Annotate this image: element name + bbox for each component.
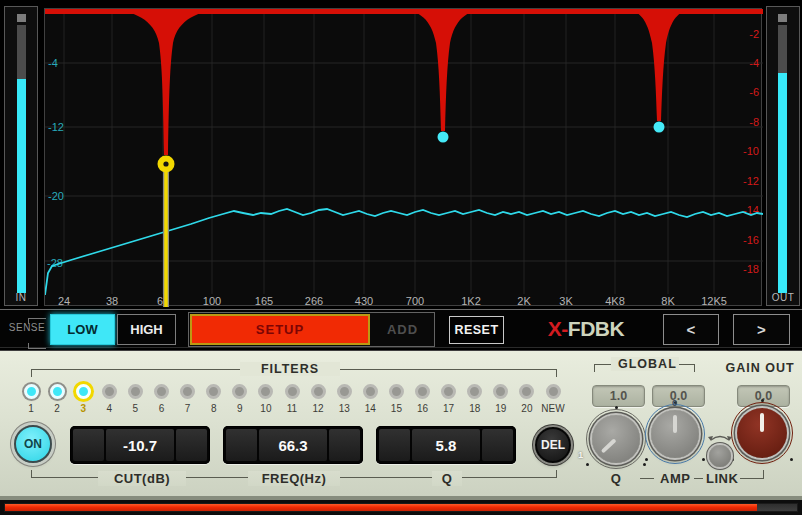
filter-led[interactable] [337,384,352,399]
filter-led[interactable] [415,384,430,399]
freq-tick-label: 4K8 [605,295,625,307]
filter-led[interactable] [389,384,404,399]
filter-led[interactable] [285,384,300,399]
filter-slot-number: 10 [260,403,271,414]
cut-label: CUT(dB) [98,471,186,486]
q-min-tick-label: 1 [578,449,583,460]
selected-notch-handle-center [163,161,168,166]
freq-label: FREQ(Hz) [248,471,340,486]
left-db-label: -20 [48,190,64,202]
right-db-label: -8 [749,116,759,128]
plugin-logo: X-FDBK [536,317,636,341]
filter-led[interactable] [24,384,39,399]
global-q-knob[interactable] [592,415,640,463]
global-q-value[interactable]: 1.0 [592,385,645,407]
filters-group-label: FILTERS [240,362,340,376]
right-db-label: -4 [749,57,759,69]
input-meter: IN [4,6,38,306]
freq-tick-label: 165 [255,295,273,307]
filter-slot-number: 11 [287,403,297,414]
input-level-bar [17,25,26,293]
freq-tick-label: 12K5 [701,295,727,307]
gain-bracket-tick [763,470,764,479]
filter-slot-number: 15 [391,403,402,414]
freq-tick-label: 430 [355,295,373,307]
filter-led[interactable] [493,384,508,399]
logo-x: X- [548,317,568,340]
filter-led[interactable] [50,384,65,399]
right-db-label: -2 [749,28,759,40]
cut-nudge-down[interactable] [73,429,104,461]
filter-led[interactable] [76,384,91,399]
link-arrows-icon [707,432,733,443]
output-clip-indicator [778,14,787,22]
global-amp-knob[interactable] [651,410,699,458]
freq-tick-label: 100 [203,295,221,307]
q-nudge-down[interactable] [379,429,410,461]
filter-slot-number: 13 [339,403,350,414]
freq-value[interactable]: 66.3 [259,429,327,461]
freq-tick-label: 2K [517,295,531,307]
spectrum-display[interactable]: -4-12-20-28-2-4-6-8-10-12-14-16-18243862… [44,8,762,306]
next-filter-button[interactable]: > [733,314,790,345]
input-clip-indicator [17,14,26,22]
filter-led[interactable] [441,384,456,399]
cut-value[interactable]: -10.7 [106,429,174,461]
gain-out-label: GAIN OUT [718,361,802,375]
freq-nudge-up[interactable] [329,429,360,461]
freq-nudge-down[interactable] [226,429,257,461]
filter-led[interactable] [102,384,117,399]
sense-high-button[interactable]: HIGH [117,314,176,345]
left-db-label: -12 [48,121,64,133]
filter-led[interactable] [232,384,247,399]
filter-slot-number: 2 [54,403,60,414]
gain-bracket-line [740,478,764,479]
filter-slot-new[interactable]: NEW [538,384,568,414]
add-button[interactable]: ADD [372,314,433,345]
notch-handle[interactable] [654,122,665,133]
sense-low-button[interactable]: LOW [50,314,115,345]
notch-filter-shape [401,9,485,131]
logo-fdbk: FDBK [568,317,624,340]
setup-progress-track [4,503,798,512]
reset-button[interactable]: RESET [449,316,504,344]
freq-display[interactable]: 66.3 [223,426,363,464]
filter-slot-number: 12 [313,403,324,414]
filter-slot-number: 16 [417,403,428,414]
setup-progress-bar [0,500,802,515]
cut-nudge-up[interactable] [176,429,207,461]
gain-out-knob[interactable] [737,408,787,458]
link-label: LINK [700,471,742,486]
filter-led[interactable] [258,384,273,399]
right-db-label: -16 [743,234,759,246]
output-level-bar [778,25,787,293]
setup-button[interactable]: SETUP [190,314,370,345]
cut-display[interactable]: -10.7 [70,426,210,464]
prev-filter-button[interactable]: < [663,314,719,345]
filter-led[interactable] [363,384,378,399]
filter-slot-number: 9 [237,403,243,414]
filter-led[interactable] [311,384,326,399]
filter-led[interactable] [206,384,221,399]
filter-led[interactable] [128,384,143,399]
filter-led[interactable] [467,384,482,399]
filter-slot-number: 5 [133,403,139,414]
filter-led[interactable] [519,384,534,399]
q-nudge-up[interactable] [482,429,513,461]
filter-on-button[interactable]: ON [14,425,52,463]
notch-handle[interactable] [438,132,449,143]
freq-tick-label: 1K2 [461,295,481,307]
q-param-label: Q [432,471,462,486]
amp-zero-tick-label: 0 [672,397,677,408]
filter-led[interactable] [546,384,561,399]
filter-led[interactable] [154,384,169,399]
filter-slot-number: 7 [185,403,191,414]
link-knob[interactable] [709,445,731,467]
filter-led[interactable] [180,384,195,399]
q-value[interactable]: 5.8 [412,429,480,461]
filter-slot-number: 19 [495,403,506,414]
amp-link-line-left [640,478,654,479]
q-display[interactable]: 5.8 [376,426,516,464]
freq-tick-label: 700 [406,295,424,307]
filter-del-button[interactable]: DEL [535,427,571,463]
